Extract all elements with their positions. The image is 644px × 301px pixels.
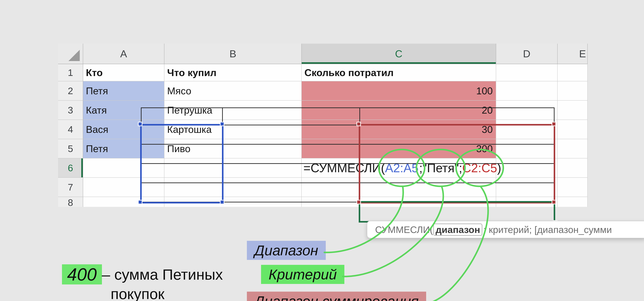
formula-arg-criterion: "Петя" <box>422 161 459 175</box>
cell-C7[interactable] <box>302 178 496 197</box>
cell-C1[interactable]: Сколько потратил <box>302 64 496 81</box>
cell-A5[interactable]: Петя <box>83 139 164 158</box>
cell-C2[interactable]: 100 <box>302 81 496 101</box>
formula-separator-1: ; <box>419 161 422 175</box>
col-header-D[interactable]: D <box>496 44 558 64</box>
range-handle[interactable] <box>552 122 556 126</box>
row-header-8[interactable]: 8 <box>58 197 83 207</box>
cell-C5[interactable]: 300 <box>302 139 496 158</box>
cell-C6-formula-input[interactable]: =СУММЕСЛИ(A2:A5;"Петя";C2:C5) <box>302 158 496 178</box>
cell-E2[interactable] <box>558 81 588 101</box>
cell-A2[interactable]: Петя <box>83 81 164 101</box>
cell-B2[interactable]: Мясо <box>164 81 302 101</box>
col-header-C[interactable]: C <box>302 44 496 64</box>
cell-D4[interactable] <box>496 120 558 139</box>
col-header-E[interactable]: E <box>558 44 588 64</box>
table-border-row4 <box>141 183 554 183</box>
row-header-7[interactable]: 7 <box>58 178 83 197</box>
row-header-1[interactable]: 1 <box>58 64 83 81</box>
row-header-6[interactable]: 6 <box>58 158 83 178</box>
cell-A4[interactable]: Вася <box>83 120 164 139</box>
label-sum-range: Диапазон суммирования <box>247 292 426 301</box>
select-all-button[interactable] <box>58 44 83 64</box>
cell-D2[interactable] <box>496 81 558 101</box>
range-handle[interactable] <box>356 122 361 126</box>
row-header-4[interactable]: 4 <box>58 120 83 139</box>
cell-D1[interactable] <box>496 64 558 81</box>
col-header-B[interactable]: B <box>164 44 302 64</box>
cell-B1[interactable]: Что купил <box>164 64 302 81</box>
formula-close-paren: ) <box>497 161 501 175</box>
cell-E6[interactable] <box>558 158 588 178</box>
excel-sumif-screenshot: { "sheet": { "col_headers": ["A", "B", "… <box>0 0 644 301</box>
range-handle[interactable] <box>356 200 361 204</box>
cell-E7[interactable] <box>558 178 588 197</box>
cell-E3[interactable] <box>558 101 588 120</box>
cell-D3[interactable] <box>496 101 558 120</box>
cell-E4[interactable] <box>558 120 588 139</box>
table-border-row2 <box>141 144 554 145</box>
cell-E5[interactable] <box>558 139 588 158</box>
tooltip-current-arg: диапазон <box>433 224 482 236</box>
cell-B5[interactable]: Пиво <box>164 139 302 158</box>
cell-A7[interactable] <box>83 178 164 197</box>
cell-A3[interactable]: Катя <box>83 101 164 120</box>
formula-function: =СУММЕСЛИ( <box>304 161 385 175</box>
tooltip-prefix: СУММЕСЛИ( <box>375 224 433 235</box>
cell-D7[interactable] <box>496 178 558 197</box>
cell-B3[interactable]: Петрушка <box>164 101 302 120</box>
cell-E1[interactable] <box>558 64 588 81</box>
result-value-badge: 400 <box>62 264 102 285</box>
cell-D6[interactable] <box>496 158 558 178</box>
table-border-row3 <box>141 163 554 164</box>
range-handle[interactable] <box>552 200 556 204</box>
row-header-5[interactable]: 5 <box>58 139 83 158</box>
cell-C3[interactable]: 20 <box>302 101 496 120</box>
tooltip-rest: ; критерий; [диапазон_сумми <box>483 224 612 235</box>
cell-A1[interactable]: Кто <box>83 64 164 81</box>
cell-A6[interactable] <box>83 158 164 178</box>
formula-arg-sum-range: C2:C5 <box>462 161 497 175</box>
row-header-3[interactable]: 3 <box>58 101 83 120</box>
range-handle[interactable] <box>138 122 142 126</box>
result-text-line1: – сумма Петиных <box>102 265 223 284</box>
cell-E8[interactable] <box>558 197 588 207</box>
col-header-A[interactable]: A <box>83 44 164 64</box>
row-header-2[interactable]: 2 <box>58 81 83 101</box>
range-handle[interactable] <box>220 200 224 204</box>
select-all-triangle-icon <box>68 50 80 61</box>
range-handle[interactable] <box>220 122 224 126</box>
cell-B7[interactable] <box>164 178 302 197</box>
cell-C4[interactable]: 30 <box>302 120 496 139</box>
table-border-top <box>141 107 554 108</box>
cell-D5[interactable] <box>496 139 558 158</box>
table-border-bottom <box>141 202 554 202</box>
table-border-row1 <box>141 125 554 125</box>
formula-arg-range: A2:A5 <box>385 161 418 175</box>
label-criterion: Критерий <box>261 265 344 284</box>
cell-B4[interactable]: Картошка <box>164 120 302 139</box>
range-handle[interactable] <box>138 200 142 204</box>
formula-separator-2: ; <box>459 161 462 175</box>
label-range: Диапазон <box>247 241 326 260</box>
cell-B6[interactable] <box>164 158 302 178</box>
function-screentip: СУММЕСЛИ(диапазон; критерий; [диапазон_с… <box>367 221 644 238</box>
result-text-line2: покупок <box>111 285 164 301</box>
